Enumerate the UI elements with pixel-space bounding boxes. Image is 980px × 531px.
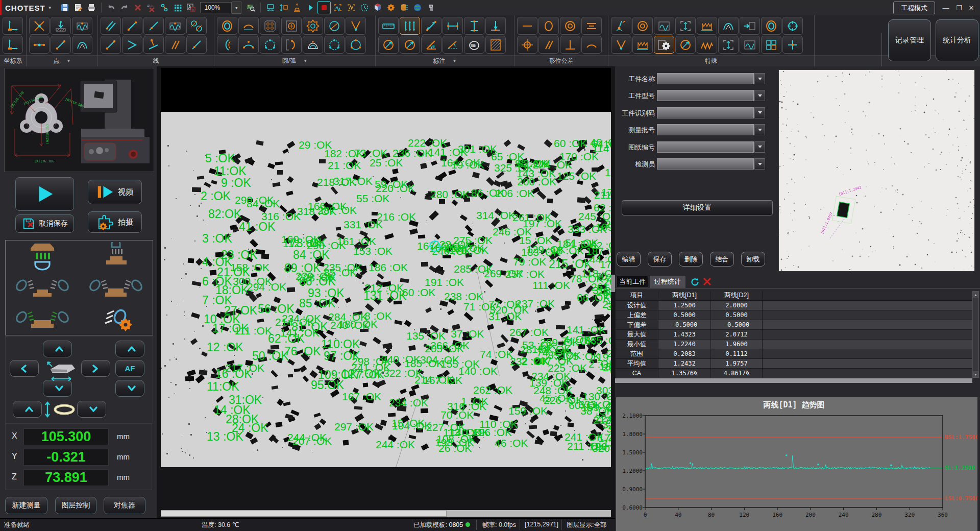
table-header[interactable]: 两线[D1] [658, 291, 711, 300]
status-layer-display[interactable]: 图层显示:全部 [567, 521, 606, 529]
layer-control-button[interactable]: 图层控制 [55, 497, 96, 514]
perp-foot-line-icon[interactable] [143, 36, 164, 54]
ruler-icon[interactable] [378, 17, 399, 35]
close-button[interactable]: ✕ [966, 3, 977, 12]
parallel-line-icon[interactable] [165, 36, 185, 54]
top-ring-light-icon[interactable] [6, 240, 79, 272]
af-button[interactable]: AF [115, 360, 144, 377]
menu-record-icon[interactable] [317, 1, 331, 14]
tangent-line-icon[interactable] [186, 17, 207, 35]
clear-icon[interactable] [703, 277, 712, 286]
v-groove-icon[interactable] [346, 17, 366, 35]
tab-process-stats[interactable]: 过程统计 [650, 276, 685, 288]
circle-3pt-icon[interactable] [260, 36, 280, 54]
mid-point-icon[interactable] [29, 36, 50, 54]
arc-icon[interactable] [217, 36, 237, 54]
snap-icon[interactable] [718, 36, 739, 54]
light-settings-icon[interactable] [79, 303, 153, 335]
menu-auto-light-icon[interactable] [291, 2, 303, 14]
record-management-button[interactable]: 记录管理 [888, 19, 931, 61]
offset-line-icon[interactable] [186, 36, 207, 54]
field-dropdown-button[interactable] [754, 141, 765, 153]
offset-point-icon[interactable] [51, 36, 71, 54]
edit-button[interactable]: 编辑 [617, 252, 641, 267]
table-row[interactable]: 下偏差-0.5000-0.5000 [616, 320, 972, 330]
run-measure-button[interactable] [15, 177, 74, 211]
scroll-up-icon[interactable]: ▲ [973, 292, 978, 298]
concentricity-icon[interactable] [560, 17, 580, 35]
spline-icon[interactable] [718, 17, 739, 35]
menu-print-icon[interactable] [85, 2, 97, 14]
statistics-analysis-button[interactable]: 统计分析 [936, 19, 978, 61]
minimize-button[interactable]: — [940, 3, 951, 12]
video-button[interactable]: 视频 [88, 180, 142, 204]
delete-button[interactable]: 删除 [679, 252, 703, 267]
field-dropdown-button[interactable] [754, 107, 765, 118]
table-row[interactable]: 范围0.20830.1112 [616, 349, 972, 359]
table-row[interactable]: 上偏差0.50000.5000 [616, 310, 972, 320]
zoom-level-field[interactable]: 100% [200, 2, 232, 13]
peaks-icon[interactable] [697, 36, 717, 54]
circle-box-icon[interactable] [281, 17, 302, 35]
straightness-icon[interactable] [517, 17, 537, 35]
perpendicularity-icon[interactable] [560, 36, 580, 54]
gauge-line-icon[interactable] [101, 17, 121, 35]
field-input[interactable] [657, 158, 754, 170]
field-input[interactable] [657, 124, 754, 135]
menu-capture-a-icon[interactable] [332, 2, 344, 14]
table-vscrollbar[interactable]: ▲▼ [972, 291, 979, 378]
save-button[interactable]: 保存 [648, 252, 672, 267]
symmetry-icon[interactable] [581, 17, 602, 35]
menu-fit-height-icon[interactable] [278, 2, 290, 14]
menu-settings-icon[interactable] [385, 2, 397, 14]
aligned-dim-icon[interactable] [421, 17, 442, 35]
parallelism-icon[interactable] [538, 36, 559, 54]
table-row[interactable]: 设计值1.25002.0000 [616, 300, 972, 310]
side-light-stage-icon[interactable] [79, 272, 153, 304]
intersect-point-icon[interactable] [29, 17, 50, 35]
menu-save-icon[interactable] [59, 2, 71, 14]
fit-line-icon[interactable] [122, 17, 142, 35]
field-dropdown-button[interactable] [754, 73, 765, 84]
ribbon-group-label[interactable]: 标注▼ [376, 56, 514, 66]
partial-circle-icon[interactable] [324, 17, 345, 35]
table-header[interactable]: 两线[D2] [711, 291, 763, 300]
dome-icon[interactable] [303, 36, 323, 54]
machine-csys-icon[interactable] [3, 36, 23, 54]
camera-image[interactable]: 111 :OK70 :OK280 :OK167 :OK114 :OK167 :O… [161, 112, 611, 467]
field-dropdown-button[interactable] [754, 158, 765, 170]
radius-icon[interactable] [400, 36, 420, 54]
mm-label-icon[interactable]: mm [464, 36, 484, 54]
comb-icon[interactable] [697, 17, 717, 35]
circle-scan-icon[interactable] [324, 36, 345, 54]
table-row[interactable]: 最小值1.22401.9600 [616, 340, 972, 349]
stage-down-button[interactable] [43, 380, 72, 397]
field-dropdown-button[interactable] [754, 124, 765, 135]
gear-circle-icon[interactable] [303, 17, 323, 35]
plane-csys-icon[interactable] [3, 17, 23, 35]
drop-dim-icon[interactable] [485, 17, 506, 35]
table-header[interactable]: 项目 [616, 291, 658, 300]
table-row[interactable]: 最大值1.43232.0712 [616, 330, 972, 340]
stage-right-button[interactable] [81, 360, 110, 377]
light-down-button[interactable] [77, 401, 106, 418]
export-icon[interactable] [740, 17, 760, 35]
position-icon[interactable] [517, 36, 537, 54]
menu-projector-icon[interactable] [264, 2, 277, 14]
app-menu-button[interactable]: CHOTEST▼ [5, 4, 53, 12]
window-icon[interactable] [740, 36, 760, 54]
distance-icon[interactable] [400, 17, 420, 35]
angle-icon[interactable]: θ [421, 36, 442, 54]
measure-settings-icon[interactable] [654, 36, 674, 54]
menu-play-icon[interactable] [304, 2, 316, 14]
cross-point-icon[interactable] [782, 36, 803, 54]
field-input[interactable] [657, 90, 754, 101]
scroll-down-icon[interactable]: ▼ [973, 371, 978, 377]
light-up-button[interactable] [13, 401, 42, 418]
horizontal-dim-icon[interactable] [443, 17, 463, 35]
camera-hscroll-thumb[interactable] [161, 510, 447, 517]
angle-dash-icon[interactable] [443, 36, 463, 54]
ribbon-group-label[interactable]: 点▼ [27, 56, 97, 66]
scan-line-icon[interactable] [165, 17, 185, 35]
circle-pts-icon[interactable] [346, 36, 366, 54]
